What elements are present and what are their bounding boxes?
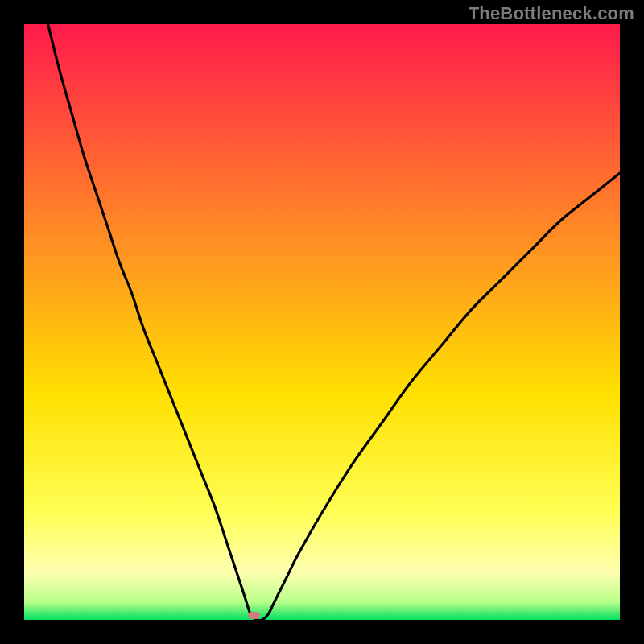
watermark-text: TheBottleneck.com [469,3,634,24]
optimal-point-marker [248,612,260,619]
plot-area [24,24,620,620]
heat-gradient-rect [24,24,620,620]
plot-svg [24,24,620,620]
chart-frame: TheBottleneck.com [0,0,644,644]
